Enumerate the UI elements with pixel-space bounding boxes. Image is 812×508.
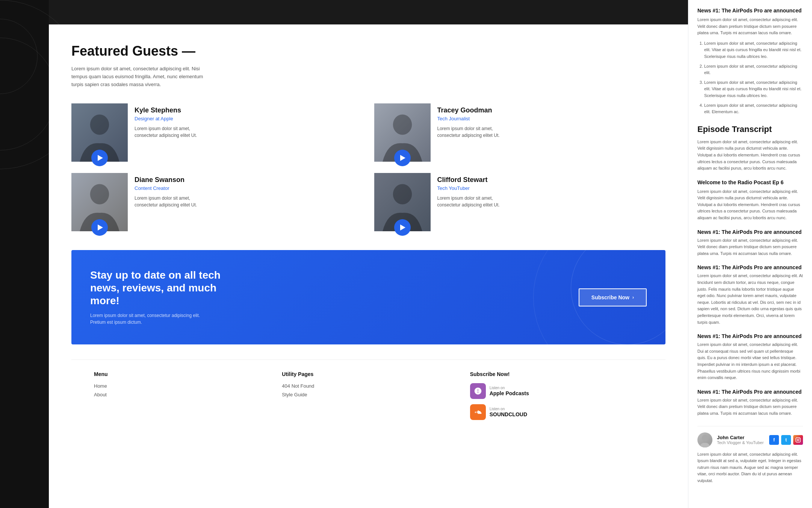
footer-link-404[interactable]: 404 Not Found	[282, 383, 455, 389]
play-button-tracey[interactable]	[394, 150, 411, 166]
author-bio: Lorem ipsum dolor sit amet, consectetur …	[697, 451, 803, 484]
right-list-item-1: Lorem ipsum dolor sit amet, consectetur …	[704, 40, 803, 60]
guest-card-tracey-goodman: Tracey Goodman Tech Journalist Lorem ips…	[374, 103, 666, 162]
guest-role-diane: Content Creator	[135, 185, 210, 191]
right-news-intro-body: Lorem ipsum dolor sit amet, consectetur …	[697, 17, 803, 36]
author-role: Tech Vlogger & YouTuber	[717, 440, 765, 445]
left-decorative-panel	[0, 0, 49, 508]
footer-grid: Menu Home About Utility Pages 404 Not Fo…	[94, 371, 643, 425]
right-list: Lorem ipsum dolor sit amet, consectetur …	[697, 40, 803, 115]
guest-card-diane-swanson: Diane Swanson Content Creator Lorem ipsu…	[71, 173, 363, 231]
podcast-badge-apple[interactable]: Listen on Apple Podcasts	[470, 383, 643, 399]
welcome-body: Lorem ipsum dolor sit amet, consectetur …	[697, 188, 803, 221]
news-heading-1: News #1: The AirPods Pro are announced	[697, 264, 803, 270]
news-body-3: Lorem ipsum dolor sit amet, consectetur …	[697, 397, 803, 417]
subscribe-banner-subtext: Lorem ipsum dolor sit amet, consectetur …	[90, 312, 203, 326]
author-info: John Carter Tech Vlogger & YouTuber	[717, 435, 765, 445]
apple-platform-name: Apple Podcasts	[490, 390, 529, 396]
apple-podcasts-text: Listen on Apple Podcasts	[490, 386, 529, 397]
guest-info-kyle: Kyle Stephens Designer at Apple Lorem ip…	[135, 103, 210, 139]
footer-menu-title: Menu	[94, 371, 267, 377]
podcast-badge-soundcloud[interactable]: Listen on SOUNDCLOUD	[470, 404, 643, 420]
play-icon-kyle	[98, 155, 103, 161]
footer-link-style-guide[interactable]: Style Guide	[282, 392, 455, 397]
guest-desc-clifford: Lorem ipsum dolor sit amet, consectetur …	[437, 195, 513, 208]
right-list-item-3: Lorem ipsum dolor sit amet, consectetur …	[704, 79, 803, 99]
guest-desc-tracey: Lorem ipsum dolor sit amet, consectetur …	[437, 125, 513, 139]
subscribe-now-button[interactable]: Subscribe Now ›	[579, 288, 647, 306]
svg-point-4	[702, 435, 708, 441]
news-body-2: Lorem ipsum dolor sit amet, consectetur …	[697, 341, 803, 381]
news-heading-2: News #1: The AirPods Pro are announced	[697, 333, 803, 339]
guest-image-wrap-4	[374, 173, 431, 231]
guest-card-kyle-stephens: Kyle Stephens Designer at Apple Lorem ip…	[71, 103, 363, 162]
instagram-icon[interactable]	[793, 435, 803, 445]
svg-point-3	[393, 184, 411, 204]
svg-point-1	[393, 114, 411, 135]
apple-podcasts-icon	[470, 383, 486, 399]
guest-info-clifford: Clifford Stewart Tech YouTuber Lorem ips…	[437, 173, 513, 208]
guest-name-kyle: Kyle Stephens	[135, 106, 210, 114]
play-button-clifford[interactable]	[394, 219, 411, 236]
play-icon-diane	[98, 224, 103, 230]
guest-role-clifford: Tech YouTuber	[437, 185, 513, 191]
guest-desc-diane: Lorem ipsum dolor sit amet, consectetur …	[135, 195, 210, 208]
subscribe-banner: Stay up to date on all tech news, review…	[71, 250, 665, 344]
svg-point-7	[799, 438, 800, 439]
guest-info-tracey: Tracey Goodman Tech Journalist Lorem ips…	[437, 103, 513, 139]
welcome-title: Welcome to the Radio Pocast Ep 6	[697, 179, 803, 185]
subscribe-btn-arrow: ›	[632, 295, 634, 300]
white-section: Featured Guests — Lorem ipsum dolor sit …	[49, 24, 688, 508]
guests-grid: Kyle Stephens Designer at Apple Lorem ip…	[71, 103, 665, 231]
guest-name-tracey: Tracey Goodman	[437, 106, 513, 114]
subscribe-banner-heading: Stay up to date on all tech news, review…	[90, 269, 225, 307]
facebook-icon[interactable]: f	[769, 435, 779, 445]
right-list-item-2: Lorem ipsum dolor sit amet, consectetur …	[704, 63, 803, 76]
news-heading-0: News #1: The AirPods Pro are announced	[697, 229, 803, 235]
subscribe-banner-left: Stay up to date on all tech news, review…	[90, 269, 225, 326]
footer-link-about[interactable]: About	[94, 392, 267, 397]
right-panel: News #1: The AirPods Pro are announced L…	[688, 0, 812, 508]
transcript-body: Lorem ipsum dolor sit amet, consectetur …	[697, 139, 803, 172]
news-body-1: Lorem ipsum dolor sit amet, consectetur …	[697, 273, 803, 326]
right-news-intro-title: News #1: The AirPods Pro are announced	[697, 8, 803, 14]
author-name: John Carter	[717, 435, 765, 440]
footer-col-utility: Utility Pages 404 Not Found Style Guide	[282, 371, 455, 425]
guest-info-diane: Diane Swanson Content Creator Lorem ipsu…	[135, 173, 210, 208]
soundcloud-text: Listen on SOUNDCLOUD	[490, 407, 527, 418]
featured-guests-description: Lorem ipsum dolor sit amet, consectetur …	[71, 65, 214, 88]
play-button-kyle[interactable]	[91, 150, 108, 166]
svg-point-2	[90, 184, 109, 204]
footer-col-subscribe: Subscribe Now! Listen on Apple Podcasts	[470, 371, 643, 425]
guest-image-wrap-3	[71, 173, 128, 231]
guest-name-diane: Diane Swanson	[135, 176, 210, 184]
guest-name-clifford: Clifford Stewart	[437, 176, 513, 184]
social-icons: f t	[769, 435, 803, 445]
footer-link-home[interactable]: Home	[94, 383, 267, 389]
right-list-item-4: Lorem ipsum dolor sit amet, consectetur …	[704, 102, 803, 115]
guest-desc-kyle: Lorem ipsum dolor sit amet, consectetur …	[135, 125, 210, 139]
svg-rect-5	[796, 438, 800, 442]
news-heading-3: News #1: The AirPods Pro are announced	[697, 389, 803, 395]
footer-utility-title: Utility Pages	[282, 371, 455, 377]
svg-point-0	[90, 114, 109, 135]
soundcloud-icon	[470, 404, 486, 420]
footer-col-menu: Menu Home About	[94, 371, 267, 425]
twitter-icon[interactable]: t	[781, 435, 791, 445]
episode-transcript-title: Episode Transcript	[697, 124, 803, 134]
top-bar	[49, 0, 688, 24]
play-icon-tracey	[400, 155, 405, 161]
author-avatar	[697, 432, 712, 447]
author-row: John Carter Tech Vlogger & YouTuber f t	[697, 426, 803, 447]
guest-card-clifford-stewart: Clifford Stewart Tech YouTuber Lorem ips…	[374, 173, 666, 231]
author-avatar-image	[697, 432, 712, 447]
soundcloud-listen-label: Listen on	[490, 407, 527, 411]
play-button-diane[interactable]	[91, 219, 108, 236]
guest-image-wrap-2	[374, 103, 431, 162]
news-body-0: Lorem ipsum dolor sit amet, consectetur …	[697, 237, 803, 257]
featured-guests-title: Featured Guests —	[71, 43, 665, 59]
guest-role-kyle: Designer at Apple	[135, 116, 210, 121]
play-icon-clifford	[400, 224, 405, 230]
guest-role-tracey: Tech Journalist	[437, 116, 513, 121]
main-content: Featured Guests — Lorem ipsum dolor sit …	[49, 0, 688, 508]
